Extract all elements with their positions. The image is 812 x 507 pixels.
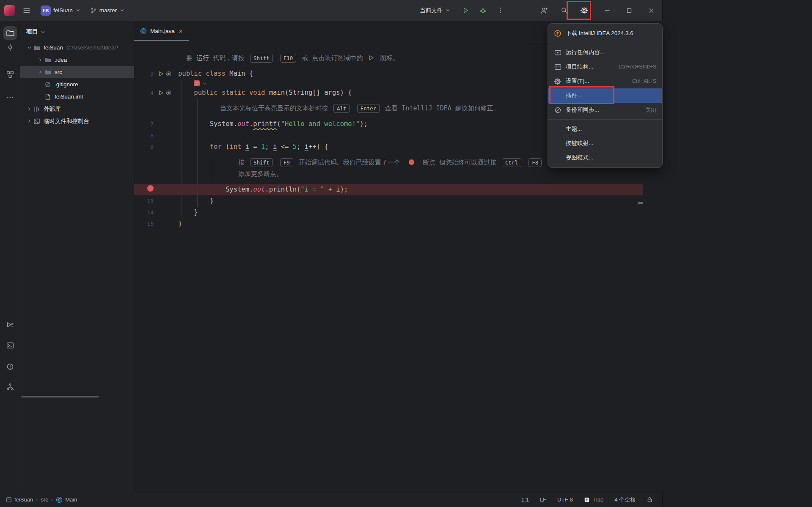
run-anything-icon — [554, 49, 562, 56]
menu-item-3[interactable]: 项目结构...Ctrl+Alt+Shift+S — [548, 60, 662, 74]
inlay-badge-icon — [194, 80, 200, 86]
toolwindow-vcs-button[interactable] — [3, 380, 17, 394]
project-panel-header[interactable]: 项目 — [20, 21, 134, 41]
chevron-right-icon[interactable] — [36, 57, 44, 63]
maximize-button[interactable] — [618, 0, 640, 21]
status-widget-label: UTF-8 — [557, 496, 573, 503]
vcs-branch-widget[interactable]: master — [88, 5, 127, 16]
status-widget-1[interactable]: LF — [540, 496, 546, 503]
menu-item-label: 主题... — [566, 125, 582, 133]
line-number[interactable]: 14 — [134, 207, 154, 218]
line-number[interactable]: 8 — [134, 130, 154, 141]
menu-item-10[interactable]: 视图模式... — [548, 151, 662, 165]
tree-item-3[interactable]: .gitignore — [20, 78, 134, 90]
line-number[interactable]: 7 — [134, 118, 154, 130]
toolwindow-problems-button[interactable] — [3, 360, 17, 373]
menu-item-label: 备份和同步... — [566, 106, 599, 114]
run-button[interactable] — [458, 3, 473, 18]
key-chip: F9 — [280, 158, 293, 167]
line-number[interactable]: 4 — [134, 87, 154, 99]
menu-item-shortcut: Ctrl+Alt+Shift+S — [619, 64, 656, 70]
tree-item-label: src — [55, 69, 62, 75]
menu-item-0[interactable]: 下载 IntelliJ IDEA 2024.3.6 — [548, 26, 662, 41]
code-line[interactable]: 13 } — [134, 195, 643, 207]
menu-item-8[interactable]: 主题... — [548, 122, 662, 136]
code-line[interactable]: System.out.println("i = " + i); — [134, 184, 643, 195]
menu-item-2[interactable]: 运行任何内容... — [548, 45, 662, 60]
more-actions-button[interactable] — [493, 3, 507, 18]
close-icon — [648, 7, 655, 14]
menu-item-4[interactable]: 设置(T)...Ctrl+Alt+S — [548, 74, 662, 88]
scratches-icon — [33, 118, 41, 125]
toolwindow-more-h-button[interactable] — [3, 90, 17, 104]
close-tab-icon[interactable]: × — [179, 27, 183, 35]
toolwindow-project-button[interactable] — [3, 26, 17, 40]
tab-main-java[interactable]: C Main.java × — [134, 21, 189, 41]
toolwindow-commit-button[interactable] — [3, 41, 17, 54]
maximize-icon — [626, 7, 633, 14]
tree-item-label: feiSuan.iml — [55, 93, 83, 100]
breakpoint-icon[interactable] — [147, 185, 154, 192]
code-line[interactable]: 14 } — [134, 207, 643, 218]
toolwindow-structure-button[interactable] — [3, 68, 17, 81]
breadcrumb-separator: › — [51, 496, 53, 503]
main-menu-button[interactable] — [19, 3, 34, 18]
tree-item-2[interactable]: src — [20, 66, 134, 78]
project-widget[interactable]: FS feiSuan — [38, 4, 83, 17]
titlebar: FS feiSuan master 当前文件 — [0, 0, 662, 21]
status-widget-3[interactable]: Trae — [584, 496, 603, 503]
line-number[interactable]: 3 — [134, 68, 154, 79]
horizontal-scrollbar[interactable] — [21, 396, 99, 397]
line-number[interactable]: 9 — [134, 141, 154, 153]
chevron-down-icon — [202, 81, 207, 86]
chevron-right-icon[interactable] — [25, 106, 33, 112]
breadcrumb-item-0[interactable]: feiSuan — [6, 496, 33, 503]
code-with-me-button[interactable] — [537, 3, 551, 18]
play-gutter-icon[interactable] — [158, 71, 164, 77]
settings-button[interactable] — [577, 3, 591, 18]
search-everywhere-button[interactable] — [557, 3, 571, 18]
toolwindow-run-tool-button[interactable] — [3, 318, 17, 332]
runcfg-icon[interactable] — [165, 90, 172, 96]
chevron-down-icon[interactable] — [25, 45, 33, 50]
breakpoint-gutter[interactable] — [134, 184, 154, 195]
more-vertical-icon — [497, 7, 504, 14]
close-button[interactable] — [640, 0, 662, 21]
status-widget-2[interactable]: UTF-8 — [557, 496, 573, 503]
line-number[interactable]: 13 — [134, 195, 154, 207]
chevron-right-icon[interactable] — [36, 69, 44, 75]
indent-guide — [213, 153, 213, 195]
project-tree: feiSuanC:\Users\einsc\IdeaP.ideasrc.giti… — [20, 41, 134, 127]
project-small-icon — [6, 497, 12, 503]
tree-item-label: .idea — [55, 57, 67, 63]
chevron-right-icon[interactable] — [25, 118, 33, 124]
breadcrumb-item-1[interactable]: src — [41, 496, 48, 503]
status-widget-0[interactable]: 1:1 — [521, 496, 529, 503]
tree-item-5[interactable]: 外部库 — [20, 103, 134, 115]
lock-icon — [647, 496, 653, 503]
toolwindow-terminal-button[interactable] — [3, 339, 17, 352]
menu-item-5[interactable]: 插件... — [548, 88, 662, 103]
minimize-button[interactable] — [596, 0, 618, 21]
line-number[interactable]: 15 — [134, 218, 154, 230]
menu-item-9[interactable]: 按键映射... — [548, 136, 662, 151]
menu-item-label: 视图模式... — [566, 154, 593, 162]
breadcrumb-item-2[interactable]: CMain — [56, 496, 77, 503]
play-gutter-icon[interactable] — [158, 90, 164, 96]
debug-button[interactable] — [476, 3, 490, 18]
tree-item-0[interactable]: feiSuanC:\Users\einsc\IdeaP — [20, 41, 134, 54]
tree-item-4[interactable]: feiSuan.iml — [20, 90, 134, 103]
run-config-selector[interactable]: 当前文件 — [417, 5, 453, 16]
status-widget-4[interactable]: 4 个空格 — [614, 496, 636, 504]
application-window: FS feiSuan master 当前文件 — [0, 0, 663, 507]
status-widget-label: 1:1 — [521, 496, 529, 503]
status-widget-5[interactable] — [647, 496, 653, 503]
runcfg-icon[interactable] — [165, 71, 172, 77]
tree-item-6[interactable]: 临时文件和控制台 — [20, 115, 134, 127]
tree-item-label: .gitignore — [55, 81, 78, 88]
menu-separator — [548, 119, 662, 120]
code-line[interactable]: 15} — [134, 218, 643, 230]
tree-item-1[interactable]: .idea — [20, 54, 134, 66]
key-chip: Enter — [357, 104, 380, 113]
menu-item-6[interactable]: 备份和同步...关闭 — [548, 103, 662, 117]
